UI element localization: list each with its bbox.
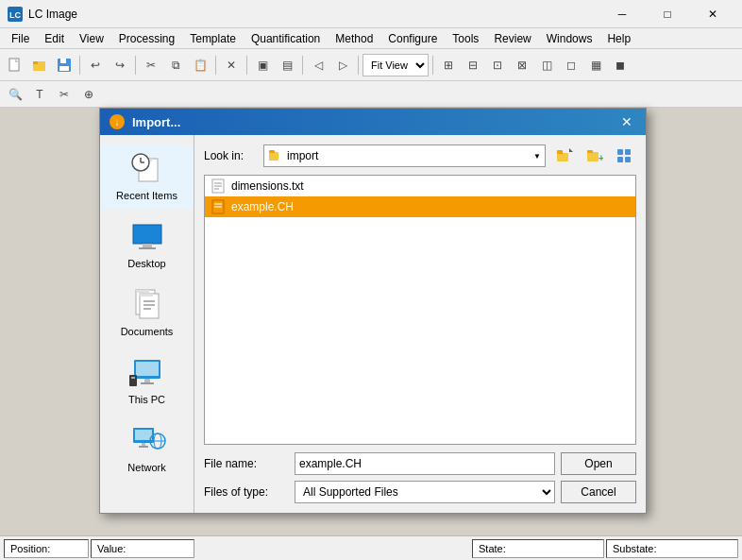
tb-btn-c[interactable]: ⊞ <box>437 54 460 76</box>
tb-btn-d[interactable]: ⊟ <box>462 54 484 76</box>
sidebar-label-documents: Documents <box>121 326 174 337</box>
tb-copy[interactable]: ⧉ <box>164 54 187 76</box>
menu-quantification[interactable]: Quantification <box>244 30 328 47</box>
network-icon <box>128 424 166 458</box>
filename-label: File name: <box>204 457 289 470</box>
tb-sep-2 <box>135 56 136 75</box>
tb2-text[interactable]: T <box>28 83 51 106</box>
nav-up-button[interactable] <box>553 144 576 167</box>
tb2-search[interactable]: 🔍 <box>4 83 26 106</box>
svg-rect-37 <box>142 443 145 446</box>
svg-rect-50 <box>625 149 631 155</box>
tb-save[interactable] <box>53 54 76 76</box>
tb-paste[interactable]: 📋 <box>189 54 211 76</box>
sidebar-item-documents[interactable]: Documents <box>100 280 194 345</box>
close-button[interactable]: ✕ <box>691 0 734 28</box>
svg-rect-20 <box>136 290 149 293</box>
sidebar-item-thispc[interactable]: This PC <box>100 348 194 413</box>
dialog-close-button[interactable]: ✕ <box>617 112 636 131</box>
value-label: Value: <box>97 543 126 554</box>
tb-btn-j[interactable]: ◼ <box>609 54 632 76</box>
svg-rect-15 <box>133 225 161 244</box>
tb-btn-f[interactable]: ⊠ <box>511 54 533 76</box>
menu-tools[interactable]: Tools <box>445 30 486 47</box>
status-state: State: <box>472 539 604 558</box>
tb-btn-i[interactable]: ▦ <box>584 54 607 76</box>
tb-btn-a[interactable]: ▣ <box>251 54 274 76</box>
menu-windows[interactable]: Windows <box>539 30 600 47</box>
menu-processing[interactable]: Processing <box>111 30 182 47</box>
svg-rect-4 <box>33 61 38 64</box>
sidebar-label-thispc: This PC <box>128 394 165 405</box>
open-button[interactable]: Open <box>561 452 636 475</box>
dialog-title-icon: ↓ <box>110 114 125 129</box>
svg-rect-25 <box>140 294 153 297</box>
svg-rect-36 <box>135 430 152 440</box>
menu-method[interactable]: Method <box>328 30 380 47</box>
tb-sep-6 <box>358 56 359 75</box>
menu-edit[interactable]: Edit <box>37 30 72 47</box>
svg-rect-32 <box>141 382 154 384</box>
tb-new[interactable] <box>4 54 26 76</box>
svg-rect-17 <box>143 244 152 247</box>
tb-open[interactable] <box>28 54 51 76</box>
svg-rect-43 <box>269 150 275 153</box>
menu-template[interactable]: Template <box>182 30 244 47</box>
tb2-btn-a[interactable]: ⊕ <box>77 83 100 106</box>
sidebar-item-desktop[interactable]: Desktop <box>100 212 194 277</box>
filetype-select[interactable]: All Supported Files <box>295 481 555 503</box>
menu-help[interactable]: Help <box>599 30 638 47</box>
look-in-row: Look in: import ▼ <box>204 144 636 167</box>
tb-cut[interactable]: ✂ <box>140 54 162 76</box>
tb-undo[interactable]: ↩ <box>84 54 107 76</box>
view-options-button[interactable] <box>614 144 636 167</box>
app-title: LC Image <box>28 8 600 21</box>
svg-rect-31 <box>144 379 150 382</box>
svg-rect-2 <box>9 59 19 71</box>
svg-rect-44 <box>557 153 568 161</box>
file-item-1[interactable]: example.CH <box>205 196 635 217</box>
tb-sep-1 <box>79 56 80 75</box>
state-label: State: <box>479 543 506 554</box>
maximize-button[interactable]: □ <box>646 0 689 28</box>
tb-btn-b[interactable]: ▤ <box>276 54 298 76</box>
new-folder-button[interactable]: + <box>583 144 606 167</box>
file-list[interactable]: dimensions.txt example.CH <box>204 175 636 445</box>
look-in-combo[interactable]: import ▼ <box>263 144 546 167</box>
cancel-button[interactable]: Cancel <box>561 481 636 503</box>
menu-review[interactable]: Review <box>486 30 538 47</box>
filename-input[interactable] <box>295 452 555 475</box>
svg-rect-7 <box>59 66 69 71</box>
tb-forward[interactable]: ▷ <box>331 54 354 76</box>
tb-redo[interactable]: ↪ <box>109 54 131 76</box>
status-position: Position: <box>4 539 89 558</box>
tb-btn-e[interactable]: ⊡ <box>486 54 509 76</box>
tb-btn-g[interactable]: ◫ <box>535 54 558 76</box>
dialog-title-bar: ↓ Import... ✕ <box>100 109 646 135</box>
fit-view-dropdown[interactable]: Fit View <box>363 54 429 76</box>
svg-rect-51 <box>617 157 623 162</box>
svg-text:LC: LC <box>9 10 21 20</box>
toolbar-secondary: 🔍 T ✂ ⊕ <box>0 81 742 108</box>
status-value: Value: <box>91 539 194 558</box>
svg-rect-18 <box>139 247 156 249</box>
tb-delete[interactable]: ✕ <box>220 54 243 76</box>
file-item-0[interactable]: dimensions.txt <box>205 176 635 196</box>
tb-sep-5 <box>302 56 303 75</box>
import-dialog: ↓ Import... ✕ <box>99 108 647 514</box>
dialog-title-text: Import... <box>132 115 617 129</box>
svg-rect-45 <box>557 150 563 154</box>
minimize-button[interactable]: ─ <box>600 0 644 28</box>
tb2-scissors[interactable]: ✂ <box>53 83 76 106</box>
sidebar-item-recent[interactable]: Recent Items <box>100 144 194 209</box>
tb-sep-3 <box>215 56 216 75</box>
menu-configure[interactable]: Configure <box>380 30 445 47</box>
svg-text:↓: ↓ <box>115 117 120 127</box>
tb-btn-h[interactable]: ◻ <box>560 54 582 76</box>
look-in-label: Look in: <box>204 149 256 162</box>
file-name-1: example.CH <box>231 200 294 213</box>
menu-view[interactable]: View <box>72 30 111 47</box>
sidebar-item-network[interactable]: Network <box>100 416 194 481</box>
tb-back[interactable]: ◁ <box>307 54 329 76</box>
menu-file[interactable]: File <box>4 30 37 47</box>
